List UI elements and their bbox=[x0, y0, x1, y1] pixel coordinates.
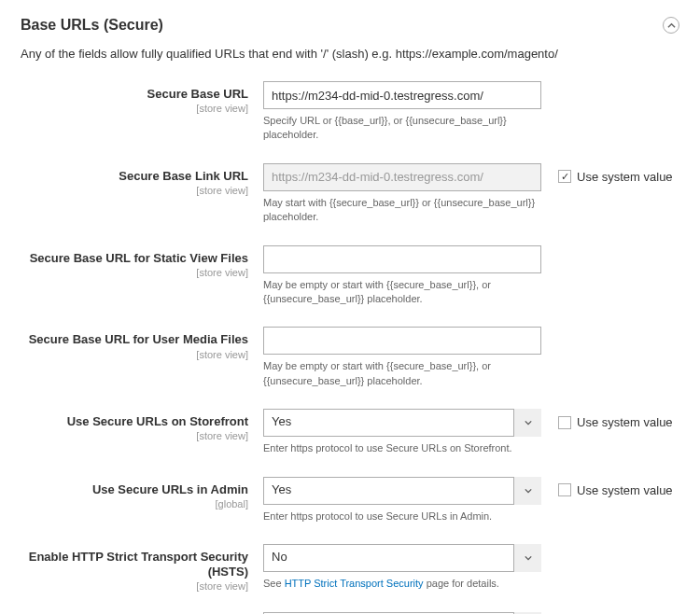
field-hint: May be empty or start with {{secure_base… bbox=[263, 359, 541, 388]
text-input[interactable] bbox=[263, 245, 541, 273]
use-system-value-label: Use system value bbox=[577, 170, 673, 184]
field-scope: [store view] bbox=[21, 349, 248, 360]
text-input[interactable] bbox=[263, 81, 541, 109]
config-row: Use Secure URLs in Admin[global]YesEnter… bbox=[21, 477, 679, 523]
config-row: Secure Base URL[store view]Specify URL o… bbox=[21, 81, 679, 143]
field-label: Secure Base URL bbox=[21, 87, 248, 102]
config-row: Use Secure URLs on Storefront[store view… bbox=[21, 409, 679, 455]
field-scope: [store view] bbox=[21, 430, 248, 441]
field-scope: [store view] bbox=[21, 185, 248, 196]
use-system-value-checkbox[interactable] bbox=[558, 483, 571, 496]
use-system-value-label: Use system value bbox=[577, 483, 673, 497]
select-input[interactable]: No bbox=[263, 544, 541, 572]
field-label: Use Secure URLs on Storefront bbox=[21, 414, 248, 429]
use-system-value-checkbox[interactable] bbox=[558, 170, 571, 183]
text-input bbox=[263, 163, 541, 191]
field-label: Use Secure URLs in Admin bbox=[21, 482, 248, 497]
config-row: Secure Base Link URL[store view]May star… bbox=[21, 163, 679, 225]
config-row: Secure Base URL for Static View Files[st… bbox=[21, 245, 679, 307]
select-input[interactable]: Yes bbox=[263, 477, 541, 505]
field-hint: See HTTP Strict Transport Security page … bbox=[263, 577, 541, 591]
text-input[interactable] bbox=[263, 327, 541, 355]
section-title: Base URLs (Secure) bbox=[21, 17, 163, 34]
field-scope: [store view] bbox=[21, 580, 248, 592]
section-note: Any of the fields allow fully qualified … bbox=[21, 47, 679, 61]
field-label: Secure Base Link URL bbox=[21, 169, 248, 184]
field-label: Enable HTTP Strict Transport Security (H… bbox=[21, 550, 248, 580]
field-label: Secure Base URL for Static View Files bbox=[21, 251, 248, 266]
field-hint: May be empty or start with {{secure_base… bbox=[263, 278, 541, 307]
select-input[interactable]: Yes bbox=[263, 409, 541, 437]
hint-link[interactable]: HTTP Strict Transport Security bbox=[285, 578, 424, 589]
use-system-value-checkbox[interactable] bbox=[558, 416, 571, 429]
field-hint: Enter https protocol to use Secure URLs … bbox=[263, 509, 541, 523]
collapse-toggle-icon[interactable] bbox=[663, 17, 679, 34]
use-system-value-label: Use system value bbox=[577, 415, 673, 429]
config-row: Secure Base URL for User Media Files[sto… bbox=[21, 327, 679, 388]
field-scope: [store view] bbox=[21, 267, 248, 278]
field-scope: [global] bbox=[21, 498, 248, 509]
field-scope: [store view] bbox=[21, 103, 248, 114]
config-row: Enable HTTP Strict Transport Security (H… bbox=[21, 544, 679, 593]
field-label: Secure Base URL for User Media Files bbox=[21, 332, 248, 347]
field-hint: Enter https protocol to use Secure URLs … bbox=[263, 441, 541, 455]
field-hint: May start with {{secure_base_url}} or {{… bbox=[263, 196, 541, 225]
field-hint: Specify URL or {{base_url}}, or {{unsecu… bbox=[263, 114, 541, 143]
